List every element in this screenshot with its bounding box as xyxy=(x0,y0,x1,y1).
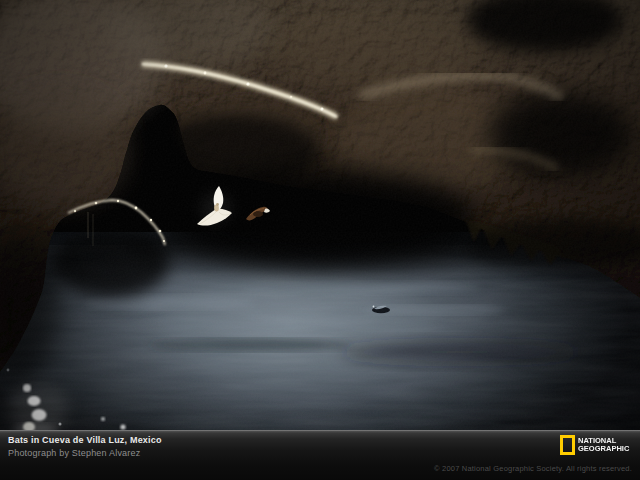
photo-caption: Bats in Cueva de Villa Luz, Mexico Photo… xyxy=(8,435,162,459)
wallpaper-screenshot: Bats in Cueva de Villa Luz, Mexico Photo… xyxy=(0,0,640,480)
cave-photo xyxy=(0,0,640,430)
ng-yellow-frame-icon xyxy=(560,435,575,455)
national-geographic-logo: NATIONAL GEOGRAPHIC xyxy=(560,435,633,455)
cave-scene-svg xyxy=(0,0,640,430)
caption-bar: Bats in Cueva de Villa Luz, Mexico Photo… xyxy=(0,430,640,480)
ng-wordmark-line2: GEOGRAPHIC xyxy=(578,445,629,454)
photo-title: Bats in Cueva de Villa Luz, Mexico xyxy=(8,435,162,446)
photo-vignette xyxy=(0,0,640,430)
photo-credit: Photograph by Stephen Alvarez xyxy=(8,448,162,459)
copyright-notice: © 2007 National Geographic Society. All … xyxy=(434,464,632,473)
ng-wordmark: NATIONAL GEOGRAPHIC xyxy=(578,437,633,454)
